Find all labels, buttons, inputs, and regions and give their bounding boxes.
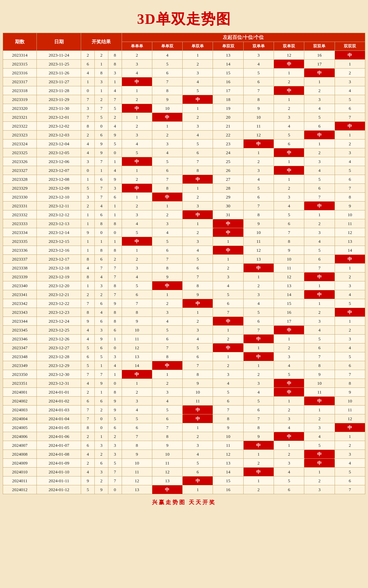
- table-cell: 4: [183, 246, 213, 255]
- table-cell: 7: [122, 432, 152, 441]
- table-cell: 4: [108, 166, 122, 175]
- table-cell: 1: [335, 131, 365, 139]
- cell-qishu: 2023331: [3, 202, 37, 210]
- table-cell: 3: [213, 273, 243, 281]
- table-cell: 5: [183, 459, 213, 468]
- cell-date: 2023-12-19: [37, 273, 81, 281]
- cell-qishu: 2023320: [3, 104, 37, 113]
- table-cell: 2: [108, 432, 122, 441]
- table-cell: 6: [335, 175, 365, 184]
- table-cell: 11: [304, 388, 335, 397]
- table-cell: 1: [243, 361, 274, 370]
- cell-date: 2023-12-02: [37, 122, 81, 131]
- table-cell: 1: [304, 210, 335, 219]
- table-row: 20240072024-01-0763389311中152: [3, 441, 365, 450]
- table-cell: 7: [81, 113, 95, 122]
- cell-qishu: 2023332: [3, 210, 37, 219]
- cell-date: 2024-01-09: [37, 459, 81, 468]
- table-cell: 3: [274, 459, 304, 468]
- table-cell: 6: [183, 264, 213, 273]
- table-cell: 2: [95, 450, 108, 459]
- table-cell: 2: [335, 441, 365, 450]
- table-cell: 3: [304, 485, 335, 494]
- cell-date: 2023-12-28: [37, 352, 81, 361]
- table-cell: 中: [243, 139, 274, 148]
- table-cell: 0: [95, 414, 108, 423]
- table-cell: 6: [108, 423, 122, 432]
- table-cell: 13: [335, 237, 365, 246]
- table-cell: 3: [122, 131, 152, 139]
- table-cell: 2: [81, 131, 95, 139]
- table-cell: 5: [335, 95, 365, 104]
- table-cell: 3: [243, 166, 274, 175]
- table-cell: 1: [335, 264, 365, 273]
- table-row: 20233492023-12-2951414中721486: [3, 361, 365, 370]
- table-cell: 4: [152, 317, 182, 326]
- table-cell: 10: [335, 397, 365, 406]
- table-cell: 4: [81, 335, 95, 343]
- table-cell: 3: [81, 193, 95, 202]
- table-cell: 6: [274, 139, 304, 148]
- table-cell: 10: [213, 432, 243, 441]
- table-cell: 8: [108, 246, 122, 255]
- table-cell: 6: [243, 77, 274, 86]
- table-row: 20233242023-12-0449543523中612: [3, 139, 365, 148]
- table-cell: 中: [243, 441, 274, 450]
- table-cell: 3: [243, 290, 274, 299]
- table-cell: 中: [335, 308, 365, 317]
- cell-qishu: 2024001: [3, 388, 37, 397]
- table-cell: 13: [213, 459, 243, 468]
- cell-date: 2023-11-26: [37, 69, 81, 77]
- table-cell: 1: [81, 237, 95, 246]
- table-cell: 8: [122, 308, 152, 317]
- table-cell: 8: [81, 308, 95, 317]
- table-cell: 4: [81, 379, 95, 388]
- table-cell: 0: [108, 228, 122, 237]
- table-cell: 7: [183, 157, 213, 166]
- cell-date: 2023-12-13: [37, 219, 81, 228]
- table-cell: 中: [304, 397, 335, 406]
- cell-date: 2023-12-08: [37, 175, 81, 184]
- table-cell: 3: [81, 104, 95, 113]
- table-row: 20233292023-12-09573中81285267: [3, 184, 365, 193]
- table-cell: 9: [95, 485, 108, 494]
- table-cell: 9: [122, 317, 152, 326]
- table-cell: 2: [81, 51, 95, 60]
- table-cell: 中: [122, 157, 152, 166]
- table-cell: 2: [95, 406, 108, 414]
- cell-qishu: 2023347: [3, 343, 37, 352]
- table-cell: 5: [304, 441, 335, 450]
- table-cell: 9: [108, 406, 122, 414]
- table-cell: 3: [183, 441, 213, 450]
- table-cell: 1: [183, 51, 213, 60]
- cell-date: 2023-12-05: [37, 148, 81, 157]
- table-cell: 6: [335, 104, 365, 113]
- table-cell: 3: [183, 69, 213, 77]
- table-row: 20233462023-12-2649111642中153: [3, 335, 365, 343]
- table-cell: 7: [81, 406, 95, 414]
- table-row: 20233162023-11-264834631551中2: [3, 69, 365, 77]
- table-cell: 10: [183, 388, 213, 397]
- table-cell: 1: [304, 77, 335, 86]
- table-cell: 1: [183, 308, 213, 317]
- table-cell: 2: [183, 432, 213, 441]
- table-cell: 7: [335, 113, 365, 122]
- table-cell: 9: [81, 476, 95, 485]
- table-cell: 6: [122, 423, 152, 432]
- table-row: 20233432023-12-2384883175162中: [3, 308, 365, 317]
- table-cell: 5: [274, 131, 304, 139]
- table-cell: 14: [122, 361, 152, 370]
- table-cell: 4: [122, 69, 152, 77]
- table-cell: 中: [243, 264, 274, 273]
- table-cell: 26: [213, 166, 243, 175]
- table-cell: 0: [95, 122, 108, 131]
- table-cell: 0: [108, 485, 122, 494]
- table-cell: 6: [183, 468, 213, 476]
- table-cell: 6: [274, 485, 304, 494]
- table-cell: 2: [213, 335, 243, 343]
- cell-date: 2023-12-23: [37, 308, 81, 317]
- table-cell: 5: [243, 184, 274, 193]
- table-cell: 6: [95, 299, 108, 308]
- cell-qishu: 2023315: [3, 60, 37, 69]
- cell-qishu: 2024005: [3, 423, 37, 432]
